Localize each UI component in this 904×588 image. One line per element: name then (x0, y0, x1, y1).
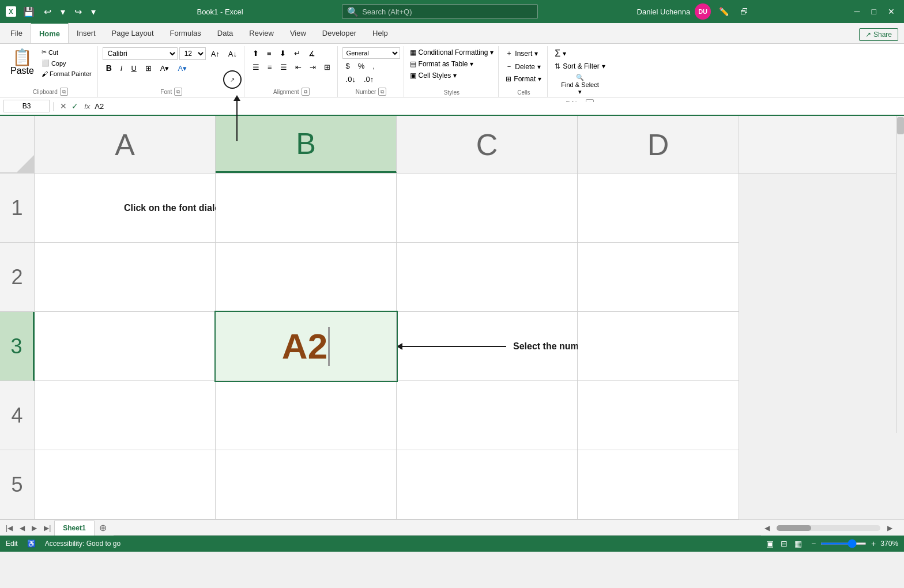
save-button[interactable]: 💾 (21, 5, 37, 18)
tab-review[interactable]: Review (241, 22, 282, 43)
cell-c1[interactable] (397, 174, 578, 243)
h-scrollbar-thumb[interactable] (777, 525, 811, 531)
share-button[interactable]: ↗ Share (859, 28, 898, 41)
number-launcher[interactable]: ⧉ (378, 88, 386, 96)
font-launcher[interactable]: ⧉ (174, 88, 182, 96)
cell-a3[interactable] (35, 312, 216, 381)
tab-formulas[interactable]: Formulas (162, 22, 209, 43)
column-header-c[interactable]: C (397, 116, 578, 173)
search-box[interactable]: 🔍 (342, 4, 538, 19)
merge-center-button[interactable]: ⊞ (321, 61, 334, 73)
tab-view[interactable]: View (282, 22, 314, 43)
page-break-view-button[interactable]: ▦ (792, 538, 804, 549)
align-bottom-button[interactable]: ⬇ (276, 47, 289, 59)
column-header-d[interactable]: D (578, 116, 739, 173)
sheet-nav-last[interactable]: ▶| (40, 523, 54, 533)
column-header-a[interactable]: A (35, 116, 216, 173)
format-painter-button[interactable]: 🖌 Format Painter (39, 69, 94, 78)
increase-decimal-button[interactable]: .0↑ (360, 73, 377, 85)
formula-cancel-button[interactable]: ✕ (59, 100, 68, 112)
tab-data[interactable]: Data (209, 22, 241, 43)
sort-filter-button[interactable]: ⇅ Sort & Filter ▾ (552, 61, 607, 71)
redo-button[interactable]: ↪ (72, 5, 84, 18)
undo-button[interactable]: ↩ (42, 5, 54, 18)
zoom-in-button[interactable]: + (869, 538, 878, 549)
insert-button[interactable]: ＋ Insert ▾ (503, 47, 544, 59)
cell-d4[interactable] (578, 381, 739, 450)
sheet-nav-first[interactable]: |◀ (2, 523, 16, 533)
format-as-table-button[interactable]: ▤ Format as Table ▾ (409, 59, 495, 69)
comma-button[interactable]: , (369, 60, 378, 72)
zoom-level[interactable]: 370% (880, 540, 898, 548)
align-left-button[interactable]: ☰ (249, 61, 263, 73)
tab-insert[interactable]: Insert (69, 22, 104, 43)
close-button[interactable]: ✕ (884, 6, 898, 17)
zoom-out-button[interactable]: − (809, 538, 818, 549)
search-input[interactable] (362, 7, 533, 16)
align-center-button[interactable]: ≡ (264, 61, 276, 73)
font-dialog-launcher-circle[interactable]: ↗ (223, 70, 242, 89)
percent-button[interactable]: % (355, 60, 368, 72)
cell-a5[interactable] (35, 450, 216, 519)
currency-button[interactable]: $ (342, 60, 353, 72)
bold-button[interactable]: B (103, 62, 115, 74)
normal-view-button[interactable]: ▣ (764, 538, 776, 549)
font-size-select[interactable]: 12 (179, 47, 206, 60)
sheet-tab-sheet1[interactable]: Sheet1 (54, 521, 94, 536)
wrap-text-button[interactable]: ↵ (291, 47, 304, 59)
border-button[interactable]: ⊞ (142, 62, 155, 74)
tab-help[interactable]: Help (364, 22, 396, 43)
delete-button[interactable]: － Delete ▾ (503, 61, 544, 73)
pen-tool-button[interactable]: ✏️ (715, 6, 732, 17)
horizontal-scroll-right[interactable]: ▶ (884, 523, 896, 533)
maximize-button[interactable]: □ (868, 6, 880, 17)
sheet-nav-next[interactable]: ▶ (28, 523, 40, 533)
format-button[interactable]: ⊞ Format ▾ (503, 74, 544, 84)
cell-c5[interactable] (397, 450, 578, 519)
restore-window-button[interactable]: 🗗 (737, 6, 752, 17)
autosum-button[interactable]: Σ ▾ (552, 47, 607, 60)
orientation-button[interactable]: ∡ (305, 47, 319, 59)
customize-button[interactable]: ▾ (89, 5, 98, 18)
row-header-1[interactable]: 1 (0, 174, 35, 243)
increase-font-button[interactable]: A↑ (208, 48, 223, 60)
cell-a1[interactable]: Click on the font dialog box launcher ic… (35, 174, 216, 243)
cell-a2[interactable] (35, 243, 216, 312)
cell-b3[interactable]: A 2 (216, 312, 397, 381)
vertical-scrollbar[interactable] (896, 116, 904, 433)
scrollbar-thumb[interactable] (897, 117, 904, 134)
underline-button[interactable]: U (127, 62, 140, 74)
align-top-button[interactable]: ⬆ (249, 47, 262, 59)
decrease-indent-button[interactable]: ⇤ (292, 61, 305, 73)
copy-button[interactable]: ⬜ Copy (39, 58, 94, 68)
cell-reference-input[interactable]: B3 (3, 100, 50, 112)
cell-c2[interactable] (397, 243, 578, 312)
cell-b4[interactable] (216, 381, 397, 450)
cell-b2[interactable] (216, 243, 397, 312)
cell-d1[interactable] (578, 174, 739, 243)
align-right-button[interactable]: ☰ (277, 61, 291, 73)
cut-button[interactable]: ✂ Cut (39, 47, 94, 57)
add-sheet-button[interactable]: ⊕ (95, 521, 111, 534)
cell-c3[interactable]: Select the number 2 (397, 312, 578, 381)
cell-d2[interactable] (578, 243, 739, 312)
cell-b1[interactable] (216, 174, 397, 243)
alignment-launcher[interactable]: ⧉ (302, 88, 310, 96)
zoom-slider[interactable] (820, 542, 867, 545)
cell-styles-button[interactable]: ▣ Cell Styles ▾ (409, 70, 495, 81)
align-middle-button[interactable]: ≡ (263, 47, 275, 59)
italic-button[interactable]: I (117, 62, 126, 74)
cell-d3[interactable] (578, 312, 739, 381)
row-header-2[interactable]: 2 (0, 243, 35, 312)
formula-input[interactable]: A2 (95, 102, 901, 111)
cell-d5[interactable] (578, 450, 739, 519)
font-color-button[interactable]: A▾ (174, 62, 190, 74)
undo-dropdown[interactable]: ▾ (58, 5, 67, 18)
cell-c4[interactable] (397, 381, 578, 450)
paste-button[interactable]: 📋 Paste (7, 47, 37, 78)
tab-home[interactable]: Home (31, 22, 69, 43)
tab-page-layout[interactable]: Page Layout (104, 22, 162, 43)
column-header-b[interactable]: B (216, 116, 397, 173)
find-select-button[interactable]: 🔍 Find & Select ▾ (552, 73, 607, 97)
sheet-nav-prev[interactable]: ◀ (16, 523, 28, 533)
